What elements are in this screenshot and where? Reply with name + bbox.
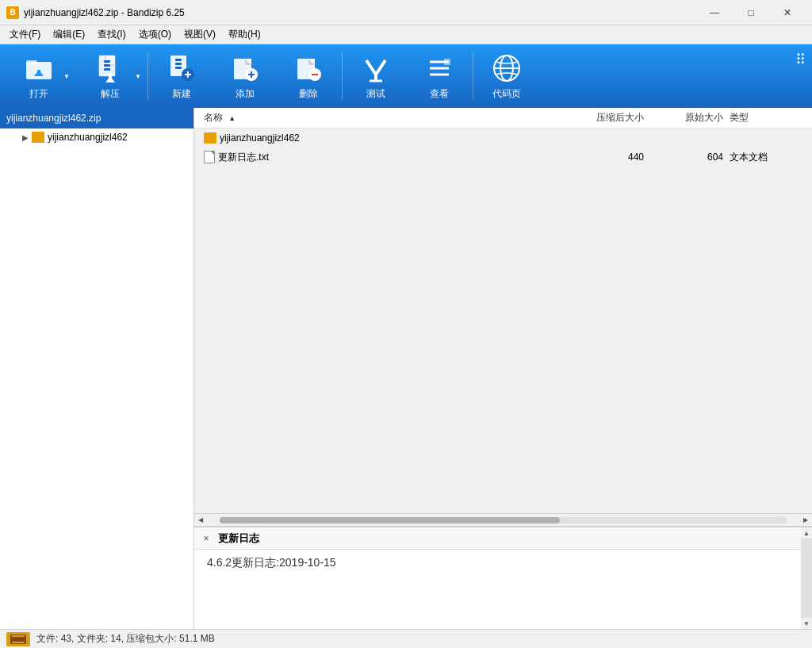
menu-edit[interactable]: 编辑(E) (47, 26, 91, 44)
toolbar: 打开 ▼ 解压 ▼ 新建 (0, 44, 812, 108)
file-name: 更新日志.txt (218, 151, 269, 164)
toolbar-codepage-label: 代码页 (492, 87, 521, 101)
col-header-compressed[interactable]: 压缩后大小 (555, 111, 650, 125)
status-text: 文件: 43, 文件夹: 14, 压缩包大小: 51.1 MB (36, 632, 215, 646)
toolbar-extract-label: 解压 (101, 87, 120, 101)
tree-item-label: yijianzhuangjizl462 (48, 132, 128, 143)
svg-rect-14 (187, 71, 189, 78)
scroll-thumb[interactable] (220, 517, 560, 523)
toolbar-add-button[interactable]: 添加 (213, 46, 277, 106)
file-row[interactable]: 更新日志.txt 440 604 文本文档 (194, 148, 812, 167)
toolbar-sep-2 (342, 52, 343, 100)
preview-scroll-track[interactable] (801, 539, 812, 618)
preview-content: 4.6.2更新日志:2019-10-15 (194, 550, 812, 577)
menu-bar: 文件(F) 编辑(E) 查找(I) 选项(O) 视图(V) 帮助(H) (0, 25, 812, 44)
toolbar-sep-1 (147, 52, 148, 100)
toolbar-view-label: 查看 (430, 87, 449, 101)
txt-icon (204, 151, 215, 163)
svg-rect-10 (175, 63, 182, 65)
file-type: 文本文档 (730, 151, 809, 164)
svg-rect-7 (109, 73, 112, 82)
toolbar-codepage-button[interactable]: 代码页 (475, 46, 538, 106)
tree-header-label: yijianzhuangjizl462.zip (6, 113, 101, 124)
sort-icon: ▲ (228, 114, 236, 122)
menu-file[interactable]: 文件(F) (3, 26, 47, 44)
window-title: yijianzhuangjizl462.zip - Bandizip 6.25 (24, 7, 696, 18)
svg-rect-27 (444, 59, 450, 65)
window-controls: — □ ✕ (696, 0, 806, 25)
main-area: yijianzhuangjizl462.zip ▶ yijianzhuangji… (0, 108, 812, 629)
toolbar-add-label: 添加 (236, 87, 255, 101)
status-bar: 文件: 43, 文件夹: 14, 压缩包大小: 51.1 MB (0, 629, 812, 648)
grid-view-button[interactable]: ⠿ (795, 51, 806, 68)
close-button[interactable]: ✕ (769, 0, 806, 25)
title-bar: B yijianzhuangjizl462.zip - Bandizip 6.2… (0, 0, 812, 25)
file-original: 604 (650, 151, 730, 163)
file-row[interactable]: yijianzhuangjizl462 (194, 128, 812, 148)
svg-rect-11 (175, 67, 182, 69)
col-header-name[interactable]: 名称 ▲ (197, 111, 555, 125)
svg-rect-2 (37, 70, 40, 76)
svg-rect-21 (312, 74, 318, 75)
maximize-button[interactable]: □ (733, 0, 769, 25)
toolbar-extract-button[interactable]: 解压 ▼ (75, 46, 146, 106)
svg-rect-1 (26, 60, 37, 64)
preview-close-button[interactable]: × (201, 533, 212, 544)
file-tree-panel: yijianzhuangjizl462.zip ▶ yijianzhuangji… (0, 108, 194, 629)
toolbar-test-button[interactable]: 测试 (344, 46, 408, 106)
menu-help[interactable]: 帮助(H) (222, 26, 267, 44)
col-header-original[interactable]: 原始大小 (650, 111, 730, 125)
minimize-button[interactable]: — (696, 0, 733, 25)
toolbar-open-label: 打开 (29, 87, 48, 101)
svg-rect-9 (175, 59, 182, 61)
folder-icon (204, 132, 216, 144)
app-icon: B (6, 6, 19, 19)
preview-scrollbar[interactable]: ▲ ▼ (801, 527, 812, 629)
file-name: yijianzhuangjizl462 (220, 132, 300, 144)
open-arrow-icon: ▼ (63, 73, 70, 80)
preview-header: × 更新日志 ∧ (194, 527, 812, 550)
preview-scroll-down[interactable]: ▼ (801, 618, 812, 629)
right-area: 名称 ▲ 压缩后大小 原始大小 类型 yijianzhuangjizl462 (194, 108, 812, 629)
menu-options[interactable]: 选项(O) (132, 26, 178, 44)
toolbar-sep-3 (473, 52, 473, 100)
toolbar-delete-button[interactable]: 删除 (277, 46, 340, 106)
scroll-track[interactable] (220, 517, 787, 523)
extract-arrow-icon: ▼ (135, 73, 141, 80)
scroll-right-button[interactable]: ▶ (799, 514, 812, 527)
file-list-body: yijianzhuangjizl462 更新日志.txt 440 604 文本文… (194, 128, 812, 513)
status-icon (6, 632, 30, 646)
svg-rect-4 (104, 60, 110, 63)
col-header-type[interactable]: 类型 (730, 111, 809, 125)
preview-title: 更新日志 (218, 531, 259, 546)
svg-rect-18 (251, 71, 252, 78)
tree-item-folder[interactable]: ▶ yijianzhuangjizl462 (0, 128, 193, 146)
toolbar-delete-label: 删除 (299, 87, 318, 101)
toolbar-test-label: 测试 (366, 87, 385, 101)
svg-rect-5 (104, 64, 110, 67)
tree-header[interactable]: yijianzhuangjizl462.zip (0, 108, 193, 128)
svg-rect-6 (104, 68, 110, 71)
menu-view[interactable]: 视图(V) (178, 26, 222, 44)
preview-text: 4.6.2更新日志:2019-10-15 (207, 556, 799, 570)
file-list-header: 名称 ▲ 压缩后大小 原始大小 类型 (194, 108, 812, 128)
file-compressed: 440 (555, 151, 650, 163)
toolbar-new-label: 新建 (172, 87, 191, 101)
folder-icon (32, 132, 44, 143)
toolbar-new-button[interactable]: 新建 (150, 46, 213, 106)
horizontal-scrollbar[interactable]: ◀ ▶ (194, 513, 812, 526)
scroll-left-button[interactable]: ◀ (194, 514, 207, 527)
preview-scroll-up[interactable]: ▲ (801, 527, 812, 539)
menu-find[interactable]: 查找(I) (91, 26, 132, 44)
tree-expand-icon: ▶ (22, 133, 29, 142)
preview-panel: × 更新日志 ∧ 4.6.2更新日志:2019-10-15 ▲ ▼ (194, 526, 812, 629)
toolbar-view-button[interactable]: 查看 (408, 46, 471, 106)
toolbar-open-button[interactable]: 打开 ▼ (3, 46, 75, 106)
